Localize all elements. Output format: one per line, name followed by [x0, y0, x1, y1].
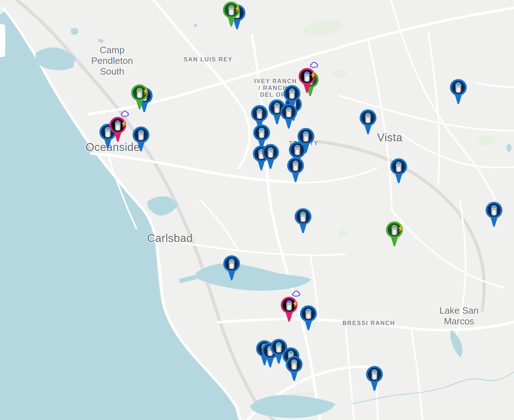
vehicle-pin-blue[interactable]: [286, 156, 306, 184]
batiquitos-lagoon: [250, 395, 336, 418]
vehicle-pin-blue[interactable]: [222, 254, 242, 282]
vehicle-pin-pink[interactable]: [279, 296, 299, 324]
scooter-icon: [396, 162, 402, 172]
scooter-icon: [286, 108, 292, 117]
pond: [194, 24, 197, 27]
scooter-icon: [293, 161, 298, 171]
road: [402, 134, 514, 167]
park-area: [477, 136, 495, 146]
scooter-icon: [138, 131, 144, 140]
scooter-icon: [456, 83, 461, 93]
lake-san-marcos-water: [450, 330, 462, 358]
road: [411, 329, 423, 420]
vehicle-pin-pink[interactable]: [108, 116, 128, 144]
scooter-icon: [257, 109, 262, 119]
scooter-icon: [287, 301, 292, 310]
vehicle-pin-green[interactable]: [221, 1, 241, 29]
ocean: [0, 11, 238, 420]
vehicle-pin-blue[interactable]: [298, 304, 318, 332]
scooter-icon: [268, 148, 273, 158]
scooter-icon: [289, 89, 295, 99]
vehicle-pin-blue[interactable]: [261, 143, 281, 171]
scooter-icon: [229, 259, 235, 269]
scooter-icon: [301, 212, 306, 222]
pond: [507, 144, 512, 152]
map-control-fragment: [0, 24, 5, 57]
road: [475, 83, 514, 87]
park-area: [333, 70, 347, 78]
road: [218, 319, 514, 330]
map-canvas[interactable]: Camp Pendleton SouthSAN LUIS REYIVEY RAN…: [0, 0, 514, 420]
park-area: [339, 230, 349, 236]
vehicle-pin-blue[interactable]: [279, 103, 299, 131]
scooter-icon: [295, 146, 300, 155]
pond: [99, 39, 104, 43]
road: [200, 200, 237, 248]
scooter-icon: [304, 72, 310, 82]
scooter-icon: [492, 206, 497, 216]
vehicle-pin-blue[interactable]: [484, 201, 504, 229]
scooter-icon: [292, 360, 297, 370]
vehicle-pin-blue[interactable]: [448, 78, 468, 106]
vehicle-pin-blue[interactable]: [131, 126, 151, 153]
scooter-icon: [137, 88, 142, 98]
scooter-icon: [259, 128, 264, 138]
vehicle-pin-blue[interactable]: [293, 207, 313, 235]
vehicle-pin-blue[interactable]: [358, 108, 378, 136]
road: [346, 324, 354, 420]
park-area: [302, 17, 343, 39]
scooter-icon: [392, 226, 397, 235]
road: [303, 168, 377, 183]
pond: [71, 28, 79, 35]
scooter-icon: [303, 132, 309, 142]
scooter-icon: [115, 121, 121, 131]
lagoon-channel: [178, 275, 197, 283]
scooter-icon: [229, 6, 234, 15]
vehicle-pin-blue[interactable]: [389, 157, 409, 185]
scooter-icon: [306, 309, 311, 319]
agua-hedionda-lagoon: [196, 263, 311, 291]
vehicle-pin-blue[interactable]: [284, 355, 304, 383]
vehicle-pin-green[interactable]: [384, 221, 404, 248]
scooter-icon: [372, 370, 377, 380]
scooter-icon: [366, 113, 371, 123]
vehicle-pin-green[interactable]: [130, 84, 150, 111]
vehicle-pin-blue[interactable]: [364, 365, 384, 393]
